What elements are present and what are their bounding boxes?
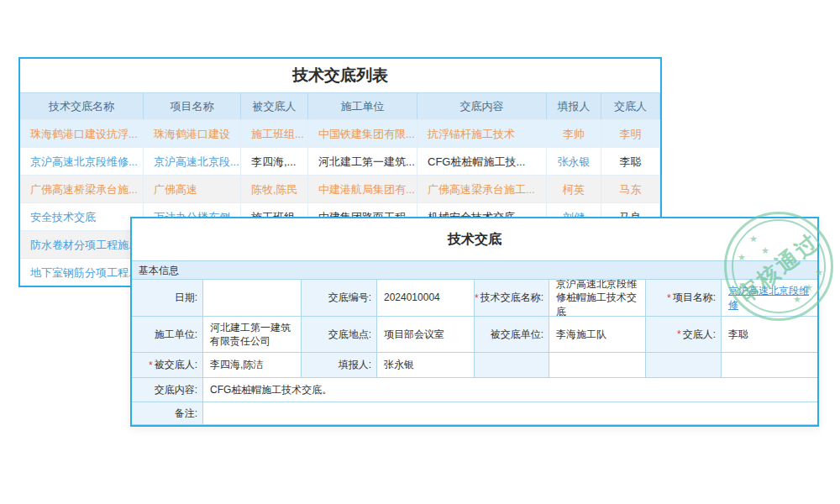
required-mark: * [667,292,671,304]
column-header[interactable]: 交底内容 [417,92,547,119]
list-cell[interactable]: 广佛高速桥梁承台施... [20,175,144,202]
content-label: 交底内容: [132,378,203,402]
receivers-label: * 被交底人: [132,353,203,378]
required-mark: * [677,328,681,340]
list-cell: 抗浮锚杆施工技术 [417,119,547,147]
list-cell-link[interactable]: 京沪高速北京段... [144,147,241,175]
discloser-field[interactable]: 李聪 [722,317,817,353]
column-header[interactable]: 技术交底名称 [20,92,144,119]
empty-value-cell [722,353,817,378]
list-cell: 中国铁建集团有限... [308,119,417,147]
project-name-label: * 项目名称: [646,280,722,317]
list-cell[interactable]: 广佛高速 [144,175,241,202]
target-unit-field[interactable]: 李海施工队 [549,317,646,353]
detail-title: 技术交底 [132,218,817,260]
list-cell: 李四海,... [241,147,308,175]
disclosure-place-field[interactable]: 项目部会议室 [377,317,475,353]
content-field[interactable]: CFG桩桩帽施工技术交底。 [203,378,817,402]
date-label: 日期: [132,280,203,317]
list-title: 技术交底列表 [20,59,660,92]
basic-info-section-header: 基本信息 [132,260,817,280]
filler-field[interactable]: 张永银 [377,353,475,378]
screen: 技术交底列表 技术交底名称 项目名称 被交底人 施工单位 交底内容 填报人 交底… [0,0,840,504]
column-header[interactable]: 项目名称 [144,92,241,119]
required-mark: * [475,292,479,304]
list-cell: 施工班组... [241,119,308,147]
project-link[interactable]: 京沪高速北京段维修 [728,284,811,311]
disclosure-name-field[interactable]: 京沪高速北京段维修桩帽施工技术交底 [549,280,646,317]
disclosure-detail-panel: 技术交底 基本信息 日期: 交底编号: 2024010004 * 技术交底名称:… [130,217,819,427]
list-cell: 中建港航局集团有... [308,175,417,202]
list-cell: 陈牧,陈民 [241,175,308,202]
list-cell-link[interactable]: 安全技术交底 [20,202,144,230]
basic-info-form: 日期: 交底编号: 2024010004 * 技术交底名称: 京沪高速北京段维修… [132,280,817,425]
date-field[interactable] [203,280,302,317]
required-mark: * [149,360,153,371]
list-cell: 河北建工第一建筑... [308,147,417,175]
construction-unit-label: 施工单位: [132,317,203,353]
list-cell: 马东 [601,175,660,202]
list-cell-link[interactable]: 京沪高速北京段维修... [20,147,144,175]
column-header[interactable]: 交底人 [601,92,660,119]
disclosure-place-label: 交底地点: [302,317,377,353]
filler-label: 填报人: [302,353,377,378]
column-header[interactable]: 被交底人 [241,92,308,119]
empty-label-cell [475,353,549,378]
receivers-field[interactable]: 李四海,陈洁 [203,353,302,378]
construction-unit-field[interactable]: 河北建工第一建筑有限责任公司 [203,317,302,353]
list-cell-link[interactable]: 张永银 [547,147,601,175]
empty-label-cell [646,353,722,378]
list-cell[interactable]: 珠海鹤港口建设抗浮... [20,119,144,147]
disclosure-name-label: * 技术交底名称: [475,280,549,317]
column-header[interactable]: 填报人 [547,92,601,119]
remark-label: 备注: [132,402,203,425]
list-cell[interactable]: 珠海鹤港口建设 [144,119,241,147]
list-cell: 李帅 [547,119,601,147]
target-unit-label: 被交底单位: [475,317,549,353]
disclosure-no-field[interactable]: 2024010004 [377,280,475,317]
discloser-label: * 交底人: [646,317,722,353]
list-cell-link[interactable]: 地下室钢筋分项工程... [20,258,144,286]
column-header[interactable]: 施工单位 [308,92,417,119]
project-name-field: 京沪高速北京段维修 [722,280,817,317]
empty-value-cell [549,353,646,378]
remark-field[interactable] [203,402,817,425]
list-cell: 李聪 [601,147,660,175]
list-cell: 柯英 [547,175,601,202]
disclosure-no-label: 交底编号: [302,280,377,317]
list-cell: 广佛高速梁承台施工... [417,175,547,202]
list-cell: 李明 [601,119,660,147]
list-cell-link[interactable]: 防水卷材分项工程施... [20,230,144,258]
list-cell: CFG桩桩帽施工技... [417,147,547,175]
